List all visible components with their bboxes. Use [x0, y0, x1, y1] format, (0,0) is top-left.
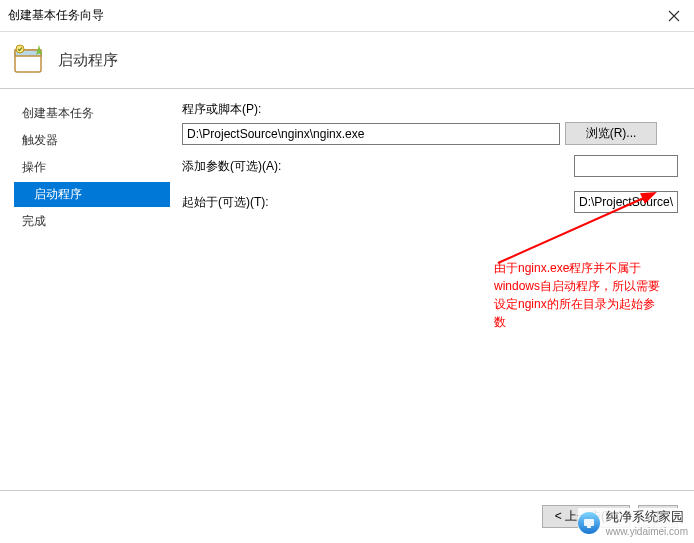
annotation-text: 由于nginx.exe程序并不属于windows自启动程序，所以需要设定ngin…: [494, 259, 664, 331]
close-icon: [668, 10, 680, 22]
wizard-header: 启动程序: [0, 32, 694, 88]
program-script-row: 程序或脚本(P): 浏览(R)...: [182, 101, 678, 145]
program-script-label: 程序或脚本(P):: [182, 101, 678, 118]
svg-rect-5: [584, 519, 594, 526]
sidebar-item-4[interactable]: 完成: [14, 209, 170, 234]
content-area: 创建基本任务触发器操作启动程序完成 程序或脚本(P): 浏览(R)... 添加参…: [0, 88, 694, 490]
sidebar-item-0[interactable]: 创建基本任务: [14, 101, 170, 126]
sidebar-item-3[interactable]: 启动程序: [14, 182, 170, 207]
sidebar-item-2[interactable]: 操作: [14, 155, 170, 180]
startin-label: 起始于(可选)(T):: [182, 194, 269, 211]
close-button[interactable]: [662, 4, 686, 28]
arguments-row: 添加参数(可选)(A):: [182, 155, 678, 177]
watermark-title: 纯净系统家园: [606, 508, 688, 526]
wizard-sidebar: 创建基本任务触发器操作启动程序完成: [0, 89, 170, 490]
arguments-label: 添加参数(可选)(A):: [182, 158, 281, 175]
main-panel: 程序或脚本(P): 浏览(R)... 添加参数(可选)(A): 起始于(可选)(…: [170, 89, 694, 490]
svg-rect-6: [587, 526, 591, 528]
watermark-url: www.yidaimei.com: [606, 526, 688, 537]
arguments-input[interactable]: [574, 155, 678, 177]
window-title: 创建基本任务向导: [8, 7, 104, 24]
wizard-icon: [12, 42, 48, 78]
page-title: 启动程序: [58, 51, 118, 70]
startin-input[interactable]: [574, 191, 678, 213]
startin-row: 起始于(可选)(T):: [182, 191, 678, 213]
browse-button[interactable]: 浏览(R)...: [565, 122, 657, 145]
sidebar-item-1[interactable]: 触发器: [14, 128, 170, 153]
watermark: 纯净系统家园 www.yidaimei.com: [578, 508, 688, 537]
window-titlebar: 创建基本任务向导: [0, 0, 694, 32]
watermark-logo-icon: [578, 512, 600, 534]
program-script-input[interactable]: [182, 123, 560, 145]
